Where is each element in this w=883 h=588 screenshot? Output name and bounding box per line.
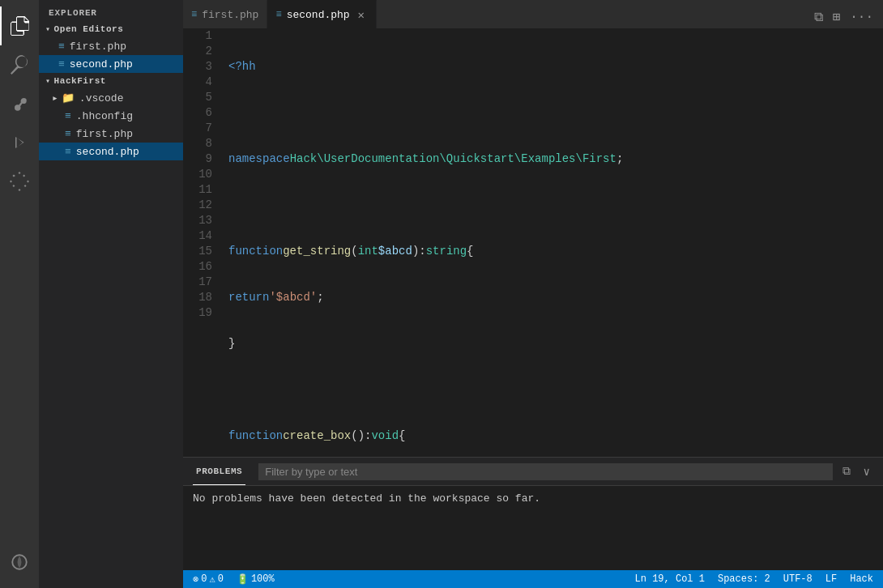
activity-bar [0, 0, 39, 588]
sidebar-file-label: second.php [70, 58, 133, 70]
tab-label: first.php [202, 9, 258, 21]
split-editor-button[interactable]: ⧉ [811, 6, 826, 28]
file-label: .hhconfig [76, 110, 133, 122]
panel-header: PROBLEMS ⧉ ∨ [183, 458, 883, 486]
sidebar-file-second-php-editor[interactable]: ≡ second.php [39, 55, 183, 73]
code-content[interactable]: <?hh namespace Hack\UserDocumentation\Qu… [222, 28, 883, 457]
hackfirst-label: HackFirst [54, 76, 106, 86]
debug-icon[interactable] [0, 123, 39, 162]
status-right: Ln 19, Col 1 Spaces: 2 UTF-8 LF Hack [632, 570, 877, 588]
problems-tab-label: PROBLEMS [196, 467, 242, 476]
status-left: ⊗ 0 ⚠ 0 🔋 100% [190, 570, 278, 588]
line-ending-label: LF [825, 573, 837, 585]
tab-second-php[interactable]: ≡ second.php ✕ [267, 0, 376, 28]
open-editors-section[interactable]: ▾ Open Editors [39, 21, 183, 37]
file-label: second.php [76, 146, 139, 158]
extensions-icon[interactable] [0, 162, 39, 201]
hackfirst-chevron: ▾ [45, 76, 51, 86]
file-icon: ≡ [58, 58, 65, 70]
error-count: 0 [201, 573, 207, 585]
no-problems-message: No problems have been detected in the wo… [193, 492, 540, 505]
tab-actions: ⧉ ⊞ ··· [804, 6, 883, 28]
sidebar-file-first-php-editor[interactable]: ≡ first.php [39, 37, 183, 55]
errors-status[interactable]: ⊗ 0 ⚠ 0 [190, 570, 227, 588]
encoding-status[interactable]: UTF-8 [780, 570, 816, 588]
tab-bar: ≡ first.php ≡ second.php ✕ ⧉ ⊞ ··· [183, 0, 883, 28]
sidebar: Explorer ▾ Open Editors ≡ first.php ≡ se… [39, 0, 183, 588]
position-label: Ln 19, Col 1 [635, 573, 705, 585]
editor-layout-button[interactable]: ⊞ [830, 6, 844, 28]
close-panel-button[interactable]: ∨ [860, 463, 873, 480]
tab-file-icon: ≡ [275, 9, 281, 20]
problems-body: No problems have been detected in the wo… [183, 486, 883, 570]
language-status[interactable]: Hack [847, 570, 877, 588]
problems-tab[interactable]: PROBLEMS [193, 458, 245, 485]
search-icon[interactable] [0, 45, 39, 84]
encoding-label: UTF-8 [783, 573, 813, 585]
spaces-status[interactable]: Spaces: 2 [715, 570, 774, 588]
problems-panel: PROBLEMS ⧉ ∨ No problems have been detec… [183, 457, 883, 570]
file-icon: ≡ [58, 40, 65, 53]
sidebar-file-hhconfig[interactable]: ≡ .hhconfig [39, 107, 183, 125]
tab-close-button[interactable]: ✕ [355, 8, 368, 21]
problems-filter-input[interactable] [258, 463, 832, 480]
main-area: ≡ first.php ≡ second.php ✕ ⧉ ⊞ ··· 12345… [183, 0, 883, 588]
open-editors-label: Open Editors [54, 24, 124, 34]
more-actions-button[interactable]: ··· [847, 6, 877, 28]
open-editors-chevron: ▾ [45, 24, 51, 34]
collapse-all-button[interactable]: ⧉ [839, 463, 854, 479]
sidebar-file-first-php[interactable]: ≡ first.php [39, 125, 183, 143]
zoom-status[interactable]: 🔋 100% [233, 570, 278, 588]
tab-label: second.php [287, 9, 350, 21]
code-editor[interactable]: 12345 678910 1112131415 16171819 <?hh na… [183, 28, 883, 457]
sidebar-file-label: first.php [70, 40, 126, 53]
file-icon: ≡ [65, 128, 71, 140]
tab-file-icon: ≡ [191, 9, 197, 20]
file-label: first.php [76, 128, 133, 140]
line-ending-status[interactable]: LF [822, 570, 840, 588]
cursor-position[interactable]: Ln 19, Col 1 [632, 570, 708, 588]
line-numbers: 12345 678910 1112131415 16171819 [183, 28, 222, 457]
warning-count: 0 [218, 573, 224, 585]
tab-first-php[interactable]: ≡ first.php [183, 0, 267, 28]
status-bar: ⊗ 0 ⚠ 0 🔋 100% Ln 19, Col 1 Spaces: 2 UT… [183, 570, 883, 588]
hackfirst-section[interactable]: ▾ HackFirst [39, 73, 183, 89]
sidebar-folder-vscode[interactable]: ▸ 📁 .vscode [39, 89, 183, 107]
zoom-icon: 🔋 [237, 573, 249, 586]
warning-icon: ⚠ [209, 573, 215, 586]
language-label: Hack [850, 573, 873, 585]
folder-icon: ▸ [52, 92, 58, 104]
spaces-label: Spaces: 2 [718, 573, 770, 585]
file-icon: ≡ [65, 110, 71, 122]
folder-color-icon: 📁 [62, 92, 75, 104]
sidebar-file-second-php[interactable]: ≡ second.php [39, 143, 183, 160]
sidebar-header: Explorer [39, 0, 183, 21]
remote-icon[interactable] [0, 543, 39, 582]
zoom-level: 100% [251, 573, 275, 585]
source-control-icon[interactable] [0, 84, 39, 123]
folder-label: .vscode [79, 92, 124, 104]
error-icon: ⊗ [193, 573, 198, 586]
files-icon[interactable] [0, 6, 39, 45]
file-icon: ≡ [65, 146, 71, 158]
